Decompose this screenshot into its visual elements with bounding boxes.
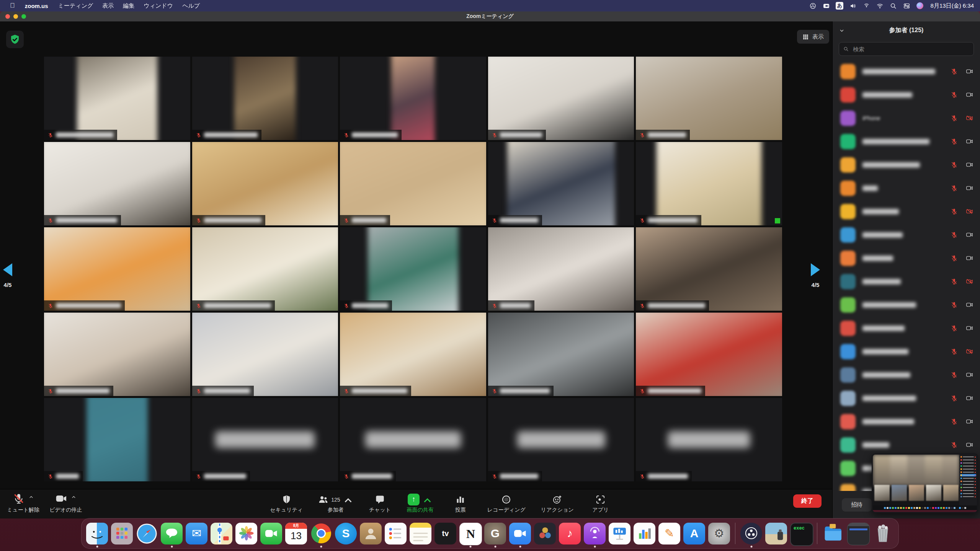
wifi-icon[interactable] bbox=[875, 2, 885, 10]
dock-item-calendar[interactable]: 8月13 bbox=[285, 523, 307, 544]
participant-row[interactable]: iPhone bbox=[833, 106, 980, 130]
dock-item-obs[interactable] bbox=[740, 523, 762, 544]
dock-item-gimp[interactable]: G bbox=[484, 523, 506, 544]
end-meeting-button[interactable]: 終了 bbox=[793, 494, 822, 508]
stop-video-button[interactable]: ビデオの停止 bbox=[49, 492, 82, 514]
dock-item-notion[interactable]: N bbox=[459, 523, 481, 544]
participant-row[interactable] bbox=[833, 433, 980, 456]
hotspot-icon[interactable] bbox=[861, 2, 872, 10]
participant-row[interactable] bbox=[833, 270, 980, 293]
record-button[interactable]: レコーディング bbox=[487, 492, 526, 514]
participant-row[interactable] bbox=[833, 153, 980, 176]
video-tile[interactable] bbox=[340, 57, 486, 140]
dock-item-pages[interactable]: ✎ bbox=[658, 523, 680, 544]
menu-clock[interactable]: 8月13日(金) 6:34 bbox=[931, 2, 974, 10]
participant-row[interactable] bbox=[833, 200, 980, 223]
dock-item-maps[interactable] bbox=[211, 523, 232, 544]
menu-item-3[interactable]: ウィンドウ bbox=[139, 2, 178, 9]
video-tile[interactable] bbox=[488, 313, 634, 396]
dock-item-chrome[interactable] bbox=[310, 523, 332, 544]
video-tile[interactable] bbox=[636, 142, 782, 225]
dock-item-downloads-folder[interactable] bbox=[822, 523, 844, 544]
video-tile-name-only[interactable] bbox=[192, 398, 338, 481]
dock-item-music[interactable]: ♪ bbox=[559, 523, 581, 544]
dock-item-facetime[interactable] bbox=[260, 523, 282, 544]
participant-row[interactable] bbox=[833, 176, 980, 200]
participant-row[interactable] bbox=[833, 386, 980, 410]
security-button[interactable]: セキュリティ bbox=[270, 492, 303, 514]
dock-item-trash[interactable] bbox=[872, 523, 894, 544]
dock-item-apple-tv[interactable]: tv bbox=[434, 523, 456, 544]
video-options-caret-icon[interactable] bbox=[71, 495, 76, 500]
apple-menu[interactable]:  bbox=[5, 2, 20, 10]
dock-item-desktop-screensaver[interactable] bbox=[765, 523, 787, 544]
dock-item-finder[interactable] bbox=[86, 523, 108, 544]
meeting-security-shield-icon[interactable] bbox=[6, 31, 24, 48]
panel-collapse-chevron-icon[interactable] bbox=[839, 28, 845, 34]
dock-item-exec[interactable]: exec bbox=[790, 523, 812, 544]
mute-options-caret-icon[interactable] bbox=[29, 495, 34, 500]
poll-button[interactable]: 投票 bbox=[449, 492, 472, 514]
participant-row[interactable] bbox=[833, 340, 980, 363]
video-tile[interactable] bbox=[636, 313, 782, 396]
video-tile[interactable] bbox=[340, 313, 486, 396]
dock-item-safari[interactable] bbox=[136, 523, 158, 544]
next-page-arrow-icon[interactable] bbox=[811, 263, 820, 276]
video-tile-name-only[interactable] bbox=[340, 398, 486, 481]
dock-item-system-preferences[interactable]: ⚙ bbox=[708, 523, 730, 544]
dock-item-app-store[interactable]: A bbox=[683, 523, 705, 544]
dock-item-numbers[interactable] bbox=[634, 523, 655, 544]
participant-row[interactable] bbox=[833, 293, 980, 316]
menu-item-0[interactable]: ミーティング bbox=[54, 2, 98, 9]
menu-item-1[interactable]: 表示 bbox=[98, 2, 118, 9]
participants-button[interactable]: 125参加者 bbox=[318, 492, 353, 514]
dock-item-messages[interactable] bbox=[161, 523, 183, 544]
dock-item-contacts[interactable] bbox=[360, 523, 382, 544]
dock-item-zoom[interactable] bbox=[509, 523, 531, 544]
dock-item-davinci-resolve[interactable] bbox=[534, 523, 556, 544]
participant-search-input[interactable] bbox=[852, 46, 970, 53]
dock-item-notes[interactable] bbox=[410, 523, 431, 544]
dock-item-podcasts[interactable] bbox=[584, 523, 606, 544]
menu-item-2[interactable]: 編集 bbox=[118, 2, 139, 9]
dock-item-keynote[interactable] bbox=[609, 523, 630, 544]
video-tile[interactable] bbox=[192, 313, 338, 396]
volume-icon[interactable] bbox=[848, 2, 858, 10]
video-tile[interactable] bbox=[340, 227, 486, 311]
dock-item-launchpad[interactable] bbox=[111, 523, 133, 544]
participant-row[interactable] bbox=[833, 316, 980, 340]
dock-item-reminders[interactable] bbox=[385, 523, 407, 544]
video-tile-name-only[interactable] bbox=[488, 398, 634, 481]
spotlight-icon[interactable] bbox=[888, 2, 898, 10]
camera-status-icon[interactable] bbox=[821, 2, 831, 10]
ime-japanese-icon[interactable]: あ bbox=[835, 2, 845, 10]
siri-icon[interactable] bbox=[915, 2, 925, 10]
video-tile[interactable] bbox=[192, 57, 338, 140]
participant-row[interactable] bbox=[833, 83, 980, 106]
video-tile[interactable] bbox=[488, 227, 634, 311]
video-tile[interactable] bbox=[44, 227, 190, 311]
control-center-icon[interactable] bbox=[902, 2, 912, 10]
video-tile[interactable] bbox=[636, 57, 782, 140]
options-caret-icon[interactable] bbox=[422, 496, 433, 506]
share-button[interactable]: ↑画面の共有 bbox=[407, 492, 434, 514]
app-menu-zoom[interactable]: zoom.us bbox=[20, 3, 53, 9]
unmute-button[interactable]: ミュート解除 bbox=[7, 492, 39, 514]
participant-row[interactable] bbox=[833, 363, 980, 386]
dock-item-photos[interactable] bbox=[235, 523, 257, 544]
participant-row[interactable] bbox=[833, 130, 980, 153]
video-tile[interactable] bbox=[488, 142, 634, 225]
participant-row[interactable] bbox=[833, 60, 980, 83]
participant-row[interactable] bbox=[833, 223, 980, 246]
reaction-button[interactable]: リアクション bbox=[541, 492, 574, 514]
screen-preview-thumbnail[interactable] bbox=[872, 453, 978, 513]
options-caret-icon[interactable] bbox=[343, 496, 353, 506]
video-tile[interactable] bbox=[44, 313, 190, 396]
video-tile[interactable] bbox=[44, 398, 190, 481]
video-tile-name-only[interactable] bbox=[636, 398, 782, 481]
menu-item-4[interactable]: ヘルプ bbox=[178, 2, 204, 9]
video-tile[interactable] bbox=[636, 227, 782, 311]
dock-item-mail[interactable]: ✉ bbox=[186, 523, 207, 544]
obs-icon[interactable] bbox=[808, 2, 818, 10]
video-tile[interactable] bbox=[488, 57, 634, 140]
